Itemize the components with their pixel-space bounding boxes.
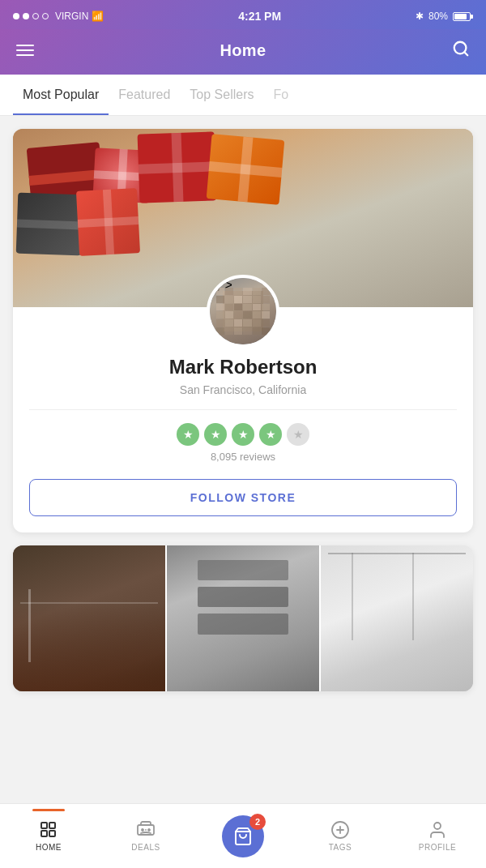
gallery-image-2	[167, 545, 319, 691]
tab-deals[interactable]: DEALS	[97, 820, 194, 852]
status-left: VIRGIN 📶	[13, 11, 104, 22]
tab-home-label: HOME	[36, 843, 62, 852]
home-icon	[39, 820, 58, 840]
star-1: ★	[177, 423, 199, 446]
signal-dot-2	[23, 13, 29, 19]
tab-top-sellers[interactable]: Top Sellers	[180, 75, 263, 115]
wifi-icon: 📶	[92, 11, 104, 22]
battery-percent: 80%	[428, 11, 448, 22]
avatar-image: ');">	[210, 278, 276, 344]
hamburger-line-1	[16, 45, 34, 46]
star-3: ★	[232, 423, 254, 446]
tab-profile[interactable]: PROFILE	[389, 820, 486, 852]
store-rating: ★ ★ ★ ★ ★	[29, 423, 457, 446]
svg-point-8	[142, 829, 143, 831]
battery-tip	[471, 15, 473, 19]
cart-badge: 2	[249, 814, 266, 830]
status-bar: VIRGIN 📶 4:21 PM ✱ 80%	[0, 0, 486, 29]
tab-featured[interactable]: Featured	[109, 75, 180, 115]
tab-profile-label: PROFILE	[419, 843, 456, 852]
svg-point-9	[148, 829, 150, 831]
battery-fill	[454, 14, 467, 19]
tags-icon	[330, 820, 350, 840]
battery-body	[453, 12, 471, 21]
hamburger-menu-button[interactable]	[16, 45, 34, 56]
tab-deals-label: DEALS	[131, 843, 160, 852]
cart-icon-circle: 2	[222, 815, 264, 857]
bluetooth-icon: ✱	[416, 11, 424, 22]
tab-cart[interactable]: 2	[194, 815, 292, 857]
hamburger-line-2	[16, 49, 34, 51]
hamburger-line-3	[16, 54, 34, 56]
svg-rect-5	[49, 831, 55, 836]
svg-point-14	[434, 823, 441, 829]
nav-bar: Home	[0, 29, 486, 75]
search-button[interactable]	[452, 40, 470, 62]
status-time: 4:21 PM	[238, 10, 281, 23]
main-content: ');">	[0, 116, 486, 704]
star-2: ★	[204, 423, 227, 446]
star-5: ★	[287, 423, 309, 446]
signal-dot-1	[13, 13, 19, 19]
tab-more[interactable]: Fo	[263, 75, 298, 115]
store-gallery	[13, 545, 473, 691]
svg-rect-3	[41, 831, 47, 836]
store-location: San Francisco, California	[29, 383, 457, 396]
tab-tags-label: TAGS	[329, 843, 352, 852]
follow-store-button[interactable]: FOLLOW STORE	[29, 479, 457, 516]
gift-box-3	[138, 131, 217, 203]
gift-box-4	[207, 134, 285, 205]
reviews-count: 8,095 reviews	[29, 451, 457, 463]
star-4: ★	[259, 423, 282, 446]
gift-box-6	[76, 188, 140, 256]
signal-dot-4	[42, 13, 49, 19]
gallery-image-1	[13, 545, 165, 691]
store-card: ');">	[13, 129, 473, 532]
bottom-tab-bar: HOME DEALS 2 TAGS	[0, 803, 486, 868]
store-avatar-wrap: ');">	[207, 275, 279, 348]
status-right: ✱ 80%	[416, 11, 473, 22]
svg-rect-4	[49, 823, 55, 828]
gift-box-5	[16, 193, 83, 256]
svg-line-1	[464, 52, 467, 55]
battery-icon	[453, 12, 473, 21]
tab-tags[interactable]: TAGS	[292, 820, 389, 852]
tab-home[interactable]: HOME	[0, 820, 97, 852]
gallery-image-3	[321, 545, 473, 691]
content-wrapper: ');">	[0, 116, 486, 777]
nav-title: Home	[220, 41, 266, 60]
svg-rect-2	[41, 823, 47, 828]
cart-icon	[233, 827, 253, 846]
tab-filter: Most Popular Featured Top Sellers Fo	[0, 75, 486, 116]
carrier-label: VIRGIN	[55, 11, 88, 22]
signal-dot-3	[32, 13, 39, 19]
avatar: ');">	[207, 275, 279, 348]
divider	[29, 409, 457, 410]
profile-icon	[428, 820, 447, 840]
tab-most-popular[interactable]: Most Popular	[13, 75, 109, 115]
deals-icon	[136, 820, 156, 840]
store-name: Mark Robertson	[29, 356, 457, 378]
